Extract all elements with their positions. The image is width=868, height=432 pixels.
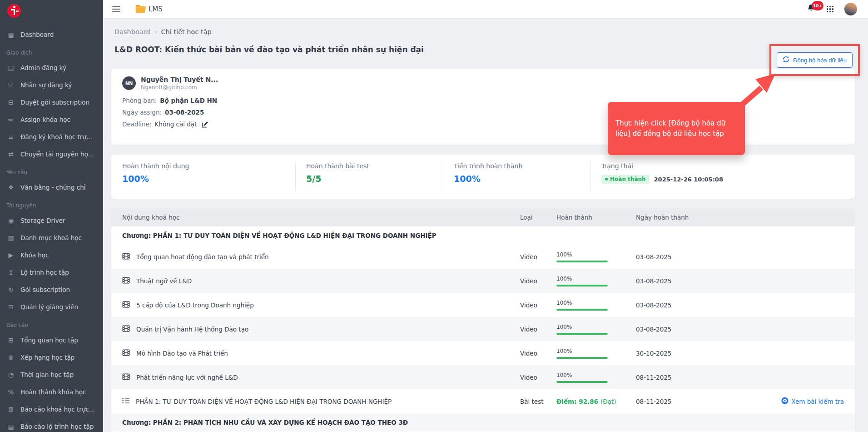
- sidebar-item[interactable]: ▤ Admin đăng ký: [0, 59, 103, 76]
- sidebar-item-label: Danh mục khoá học: [20, 234, 82, 241]
- sidebar-item[interactable]: ⇨ Assign khóa học: [0, 111, 103, 128]
- lesson-title: Tổng quan hoạt động đào tạo và phát triể…: [136, 253, 269, 261]
- sidebar-item-label: Chuyển tài nguyên họ...: [20, 151, 94, 158]
- sync-data-button[interactable]: Đồng bộ hóa dữ liệu: [777, 52, 853, 68]
- lesson-progress: 100%: [556, 372, 636, 383]
- sidebar-item[interactable]: ▶ Khóa học: [0, 246, 103, 264]
- sidebar-item[interactable]: ⊡ Quản lý giảng viên: [0, 298, 103, 316]
- sidebar-section-label: Yêu cầu: [0, 163, 103, 179]
- table-row-lesson[interactable]: 5 cấp độ của L&D trong Doanh nghiệp Vide…: [111, 293, 855, 317]
- table-row-lesson[interactable]: Quản trị Vận hành Hệ thống Đào tạo Video…: [111, 317, 855, 341]
- sidebar-item[interactable]: ◉ Storage Driver: [0, 212, 103, 229]
- course-content-table: Nội dung khoá học Loại Hoàn thành Ngày h…: [111, 208, 855, 432]
- sidebar-logo-row: [0, 0, 103, 22]
- table-row-lesson[interactable]: Tổng quan hoạt động đào tạo và phát triể…: [111, 245, 855, 269]
- completion-date: 30-10-2025: [636, 350, 671, 357]
- sidebar-item-label: Tổng quan học tập: [20, 337, 78, 344]
- sidebar-item[interactable]: ⊞ Tổng quan học tập: [0, 332, 103, 349]
- stat-content-value: 100%: [122, 174, 295, 184]
- table-row-chapter: Chương: PHẦN 2: PHÂN TÍCH NHU CẦU VÀ XÂY…: [111, 413, 855, 432]
- sidebar-item[interactable]: ▥ Danh mục khoá học: [0, 229, 103, 246]
- online-course-report-icon: ⊠: [6, 406, 15, 413]
- table-body: Chương: PHẦN 1: TƯ DUY TOÀN DIỆN VỀ HOẠT…: [111, 226, 855, 432]
- lesson-progress: 100%: [556, 251, 636, 262]
- breadcrumb-dashboard-link[interactable]: Dashboard: [114, 28, 150, 35]
- progress-percent: 100%: [556, 276, 636, 282]
- lesson-title: Phát triển năng lực với nghề L&D: [136, 374, 238, 381]
- status-badge: Hoàn thành: [601, 175, 650, 184]
- table-row-lesson[interactable]: Phát triển năng lực với nghề L&D Video 1…: [111, 365, 855, 389]
- transfer-resource-icon: ⇄: [6, 151, 15, 158]
- edit-deadline-icon[interactable]: [202, 121, 208, 128]
- course-icon: ▶: [6, 251, 15, 259]
- test-score: Điểm: 92.86 (Đạt): [556, 398, 636, 405]
- sidebar-item[interactable]: ↻ Gói subscription: [0, 281, 103, 298]
- lesson-type: Video: [520, 253, 556, 261]
- folder-icon: [135, 4, 147, 15]
- progress-percent: 100%: [556, 324, 636, 330]
- gitiho-logo-icon[interactable]: [7, 4, 21, 18]
- video-icon: [122, 301, 130, 309]
- lesson-title: Quản trị Vận hành Hệ thống Đào tạo: [136, 326, 248, 333]
- lesson-title: 5 cấp độ của L&D trong Doanh nghiệp: [136, 301, 254, 309]
- sidebar-item-label: Duyệt gói subscription: [20, 99, 89, 106]
- sidebar-item[interactable]: ↥ Lộ trình học tập: [0, 264, 103, 281]
- breadcrumb: Dashboard › Chi tiết học tập: [114, 28, 212, 35]
- apps-grid-icon[interactable]: [827, 6, 833, 13]
- subscription-approve-icon: ⊟: [6, 99, 15, 106]
- refresh-icon: [783, 56, 789, 64]
- sidebar-item-label: Gói subscription: [20, 286, 70, 293]
- sidebar: ▦ Dashboard Giao dịch ▤ Admin đăng ký ☑ …: [0, 0, 103, 432]
- column-header-type: Loại: [520, 214, 556, 221]
- sidebar-item[interactable]: ◔ Thời gian học tập: [0, 366, 103, 383]
- user-avatar[interactable]: [844, 3, 857, 15]
- notifications-button[interactable]: 10+: [807, 4, 816, 15]
- test-list-icon: [122, 397, 129, 405]
- annotation-highlight-box: Đồng bộ hóa dữ liệu: [769, 44, 860, 76]
- hamburger-menu-icon[interactable]: [112, 5, 120, 14]
- sidebar-item[interactable]: ▤ Báo cáo lộ trình học tập: [0, 418, 103, 432]
- stat-test-label: Hoàn thành bài test: [306, 162, 443, 170]
- view-test-link[interactable]: Xem bài kiểm tra: [781, 397, 844, 406]
- table-row-chapter: Chương: PHẦN 1: TƯ DUY TOÀN DIỆN VỀ HOẠT…: [111, 226, 855, 245]
- lesson-type: Video: [520, 350, 556, 357]
- sidebar-item[interactable]: ≡ Đăng ký khoá học trự...: [0, 128, 103, 146]
- sidebar-item[interactable]: % Hoàn thành khóa học: [0, 383, 103, 401]
- course-register-icon: ≡: [6, 133, 15, 141]
- video-icon: [122, 349, 130, 357]
- stat-content-label: Hoàn thành nội dung: [122, 162, 295, 170]
- breadcrumb-current: Chi tiết học tập: [161, 28, 211, 35]
- sidebar-item[interactable]: ♛ Xếp hạng học tập: [0, 349, 103, 366]
- sidebar-item[interactable]: ⊠ Báo cáo khoá học trực...: [0, 401, 103, 418]
- sidebar-item-label: Hoàn thành khóa học: [20, 388, 86, 396]
- sidebar-item[interactable]: ⊟ Duyệt gói subscription: [0, 94, 103, 111]
- column-header-date: Ngày hoàn thành: [636, 214, 844, 221]
- sidebar-item[interactable]: ▦ Dashboard: [0, 26, 103, 43]
- table-row-lesson[interactable]: Thuật ngữ về L&D Video 100% 03-08-2025: [111, 269, 855, 293]
- dashboard-icon: ▦: [6, 31, 15, 38]
- table-row-test[interactable]: PHẦN 1: TƯ DUY TOÀN DIỆN VỀ HOẠT ĐỘNG L&…: [111, 389, 855, 413]
- test-type: Bài test: [520, 398, 556, 405]
- breadcrumb-separator: ›: [154, 28, 157, 35]
- video-icon: [122, 277, 130, 285]
- notification-badge: 10+: [812, 1, 823, 10]
- status-timestamp: 2025-12-26 10:05:08: [654, 176, 723, 183]
- sidebar-item[interactable]: ☑ Nhân sự đăng ký: [0, 76, 103, 94]
- personnel-register-icon: ☑: [6, 81, 15, 89]
- admin-register-icon: ▤: [6, 64, 15, 71]
- table-row-lesson[interactable]: Mô hình Đào tạo và Phát triển Video 100%…: [111, 341, 855, 365]
- sidebar-item[interactable]: ❖ Văn bằng - chứng chỉ: [0, 179, 103, 196]
- sidebar-item-label: Dashboard: [20, 31, 54, 38]
- topbar: LMS 10+: [103, 0, 868, 19]
- progress-bar: [556, 357, 608, 359]
- lesson-type: Video: [520, 326, 556, 333]
- sidebar-item[interactable]: ⇄ Chuyển tài nguyên họ...: [0, 146, 103, 163]
- progress-percent: 100%: [556, 372, 636, 378]
- assign-course-icon: ⇨: [6, 116, 15, 123]
- stat-status-label: Trạng thái: [601, 162, 855, 170]
- completion-date: 08-11-2025: [636, 374, 671, 381]
- annotation-callout: Thực hiện click [Đồng bộ hóa dữ liệu] để…: [608, 102, 745, 155]
- status-dot-icon: [605, 178, 608, 181]
- progress-bar: [556, 261, 608, 262]
- video-icon: [122, 253, 130, 261]
